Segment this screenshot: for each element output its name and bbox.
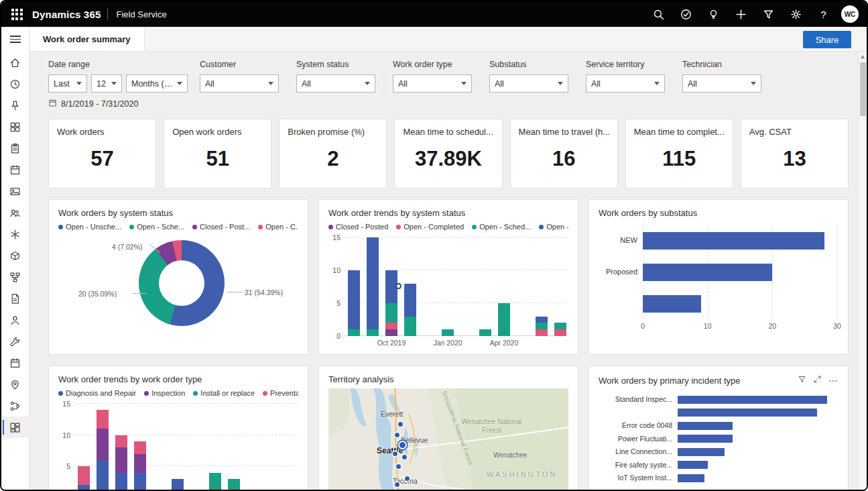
legend-item[interactable]: Closed - Post...: [192, 223, 250, 231]
sidebar-item-work-orders[interactable]: [1, 138, 29, 159]
bar-column[interactable]: [536, 317, 548, 336]
bar-column[interactable]: [209, 473, 221, 490]
bar-segment[interactable]: [554, 323, 566, 329]
lightbulb-icon[interactable]: [700, 1, 727, 27]
kpi-card[interactable]: Mean time to travel (h...16: [510, 119, 618, 188]
bar-segment[interactable]: [367, 237, 379, 329]
bar-column[interactable]: [172, 479, 184, 490]
bar-segment[interactable]: [367, 329, 379, 336]
bar-segment[interactable]: [348, 329, 360, 336]
kpi-card[interactable]: Mean time to schedul...37.89K: [394, 119, 502, 188]
date-range-unit-dropdown[interactable]: Months (C...: [126, 74, 188, 93]
map-marker[interactable]: [396, 464, 401, 469]
bar-segment[interactable]: [115, 447, 127, 472]
donut-chart[interactable]: 4 (7.02%)20 (35.09%)31 (54.39%): [58, 231, 298, 345]
filter-dropdown[interactable]: All: [393, 74, 472, 93]
brand-title[interactable]: Dynamics 365: [32, 9, 101, 20]
bar-column[interactable]: [442, 329, 454, 336]
legend-item[interactable]: Install or replace: [193, 389, 255, 397]
legend-item[interactable]: Open - C...: [258, 223, 298, 231]
filter-dropdown[interactable]: All: [586, 74, 665, 93]
legend-item[interactable]: Diagnosis and Repair: [58, 389, 136, 397]
bar[interactable]: [643, 264, 772, 281]
bar[interactable]: [643, 232, 824, 250]
bar-segment[interactable]: [498, 303, 510, 336]
kpi-card[interactable]: Avg. CSAT13: [741, 119, 849, 188]
bar-column[interactable]: [348, 270, 360, 336]
sidebar-item-get-started[interactable]: [1, 116, 29, 138]
sidebar-item-inspections[interactable]: [1, 288, 29, 309]
filter-dropdown[interactable]: All: [296, 74, 375, 93]
bar-segment[interactable]: [442, 329, 454, 336]
sidebar-item-assets[interactable]: [1, 245, 29, 266]
bar-segment[interactable]: [554, 329, 566, 336]
sidebar-item-recent[interactable]: [1, 73, 29, 95]
bar[interactable]: [678, 461, 708, 469]
filter-dropdown[interactable]: All: [682, 74, 761, 93]
more-options-icon[interactable]: ⋯: [828, 378, 839, 382]
bar-segment[interactable]: [479, 329, 491, 336]
map-marker[interactable]: [398, 422, 403, 427]
bar-segment[interactable]: [134, 473, 146, 490]
map-marker[interactable]: [393, 451, 397, 456]
map-marker[interactable]: [402, 455, 407, 459]
vertical-scrollbar[interactable]: [858, 52, 867, 490]
sidebar-item-schedule-board[interactable]: [1, 180, 29, 202]
legend-item[interactable]: Preventative Mai...: [263, 389, 298, 397]
bar-column[interactable]: [134, 441, 146, 490]
bar-column[interactable]: [97, 410, 109, 490]
bar-segment[interactable]: [404, 284, 416, 317]
scroll-up-arrow[interactable]: [861, 55, 865, 58]
add-icon[interactable]: [727, 1, 755, 27]
bar-segment[interactable]: [404, 317, 416, 336]
bar[interactable]: [678, 448, 725, 456]
focus-mode-icon[interactable]: [813, 374, 822, 386]
sidebar-item-contacts[interactable]: [1, 309, 29, 331]
bar-segment[interactable]: [209, 473, 221, 490]
bar-segment[interactable]: [228, 479, 240, 490]
search-icon[interactable]: [645, 1, 672, 27]
menu-icon[interactable]: [1, 27, 29, 52]
sidebar-item-tools[interactable]: [1, 331, 29, 352]
sidebar-item-home[interactable]: [1, 52, 29, 73]
legend-item[interactable]: Open - Sche...: [129, 223, 184, 231]
stacked-column-chart[interactable]: 051015Oct 2019Jan 2020Apr 2020: [328, 237, 568, 347]
bar-column[interactable]: [554, 323, 566, 336]
bar-segment[interactable]: [348, 270, 360, 329]
bar-segment[interactable]: [536, 317, 548, 323]
map-marker[interactable]: [395, 482, 399, 487]
bar-segment[interactable]: [536, 329, 548, 336]
map-marker[interactable]: [405, 476, 410, 481]
filter-dropdown[interactable]: All: [489, 74, 568, 93]
sidebar-item-pinned[interactable]: [1, 95, 29, 116]
sidebar-item-services[interactable]: [1, 223, 29, 245]
horizontal-bar-chart[interactable]: 0102030NEWProposed: [599, 225, 839, 331]
legend-item[interactable]: Open - Unsc...: [539, 223, 568, 231]
bar-column[interactable]: [367, 237, 379, 336]
bar-segment[interactable]: [78, 485, 90, 490]
bar-column[interactable]: [115, 435, 127, 490]
filter-icon[interactable]: [755, 1, 782, 27]
bar[interactable]: [678, 435, 733, 443]
legend-item[interactable]: Closed - Posted: [328, 223, 388, 231]
visual-filter-icon[interactable]: [798, 374, 806, 386]
check-circle-icon[interactable]: [672, 1, 700, 27]
legend-item[interactable]: Open - Completed: [396, 223, 464, 231]
date-range-count-dropdown[interactable]: 12: [91, 74, 122, 93]
scrollbar-thumb[interactable]: [860, 62, 866, 116]
kpi-card[interactable]: Broken promise (%)2: [279, 119, 387, 188]
date-range-mode-dropdown[interactable]: Last: [48, 74, 87, 93]
bar-segment[interactable]: [115, 473, 127, 490]
bar-segment[interactable]: [536, 323, 548, 329]
bar-segment[interactable]: [172, 479, 184, 490]
bar[interactable]: [678, 474, 704, 482]
bar-segment[interactable]: [134, 454, 146, 473]
share-button[interactable]: Share: [803, 31, 851, 48]
bar-segment[interactable]: [385, 303, 397, 323]
bar-column[interactable]: [479, 329, 491, 336]
bar-segment[interactable]: [97, 410, 109, 429]
user-avatar[interactable]: WC: [841, 5, 859, 23]
stacked-column-chart[interactable]: 51015: [58, 404, 298, 490]
sidebar-item-connections[interactable]: [1, 395, 29, 417]
legend-item[interactable]: Inspection: [144, 389, 185, 397]
